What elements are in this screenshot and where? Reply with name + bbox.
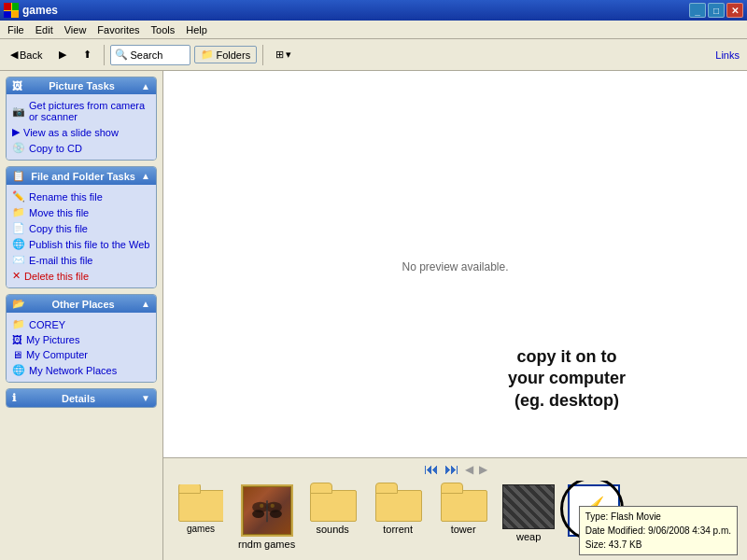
list-item[interactable]: torrent	[370, 484, 426, 535]
email-icon: ✉️	[12, 254, 25, 266]
no-preview-text: No preview available.	[402, 260, 508, 273]
rename-label: Rename this file	[29, 191, 103, 203]
rename-file-item[interactable]: ✏️ Rename this file	[12, 189, 150, 204]
play-button[interactable]: ⏭	[444, 461, 459, 478]
other-places-section: 📂 Other Places ▲ 📁 COREY 🖼 My Pictures 🖥…	[6, 294, 157, 383]
other-places-label: Other Places	[51, 299, 114, 310]
move-label: Move this file	[29, 207, 89, 218]
my-pictures-icon: 🖼	[12, 334, 22, 345]
torrent-label: torrent	[383, 524, 413, 535]
publish-icon: 🌐	[12, 238, 25, 250]
file-folder-tasks-header[interactable]: 📋 File and Folder Tasks ▲	[7, 167, 156, 185]
other-places-icon: 📂	[12, 298, 25, 310]
corey-label: COREY	[29, 319, 65, 330]
slideshow-icon: ▶	[12, 126, 20, 138]
file-tooltip: Type: Flash Movie Date Modified: 9/06/20…	[579, 506, 738, 555]
copy-cd-item[interactable]: 💿 Copy to CD	[12, 140, 150, 156]
menu-favorites[interactable]: Favorites	[92, 22, 145, 37]
rename-icon: ✏️	[12, 190, 25, 203]
partial-folder-icon	[178, 484, 223, 522]
svg-point-6	[270, 504, 274, 508]
window-icon	[4, 3, 19, 18]
file-folder-tasks-body: ✏️ Rename this file 📁 Move this file 📄 C…	[7, 185, 156, 287]
my-pictures-item[interactable]: 🖼 My Pictures	[12, 332, 150, 347]
picture-tasks-chevron: ▲	[141, 81, 150, 91]
email-label: E-mail this file	[29, 255, 92, 266]
picture-tasks-header[interactable]: 🖼 Picture Tasks ▲	[7, 77, 156, 94]
tower-label: tower	[451, 524, 476, 535]
details-chevron: ▼	[141, 393, 150, 403]
camera-icon: 📷	[12, 105, 25, 118]
media-controls: ⏮ ⏭ ◀ ▶	[163, 458, 747, 481]
forward-arrow-icon: ▶	[59, 49, 66, 61]
svg-point-3	[269, 510, 281, 518]
view-icon: ⊞	[275, 49, 284, 61]
network-icon: 🌐	[12, 364, 25, 376]
next-button[interactable]: ▶	[479, 463, 487, 476]
other-places-header[interactable]: 📂 Other Places ▲	[7, 295, 156, 313]
tower-folder-icon	[441, 484, 486, 522]
list-item[interactable]: tower	[435, 484, 491, 535]
delete-label: Delete this file	[24, 271, 89, 282]
list-item[interactable]: rndm games	[238, 484, 295, 550]
annotation-text: copy it on to your computer (eg. desktop…	[508, 346, 626, 412]
menu-edit[interactable]: Edit	[30, 22, 59, 37]
cd-icon: 💿	[12, 142, 25, 154]
svg-point-2	[252, 510, 264, 518]
corey-item[interactable]: 📁 COREY	[12, 316, 150, 332]
publish-file-item[interactable]: 🌐 Publish this file to the Web	[12, 236, 150, 252]
rewind-button[interactable]: ⏮	[424, 461, 439, 478]
window-controls: _ □ ✕	[689, 3, 743, 18]
title-bar: games _ □ ✕	[0, 0, 747, 21]
picture-tasks-icon: 🖼	[12, 80, 22, 91]
move-file-item[interactable]: 📁 Move this file	[12, 204, 150, 220]
corey-folder-icon: 📁	[12, 318, 25, 330]
details-icon: ℹ	[12, 392, 16, 404]
slideshow-label: View as a slide show	[23, 127, 119, 138]
partial-folder-label: games	[187, 524, 215, 534]
svg-point-5	[260, 504, 263, 508]
main-layout: 🖼 Picture Tasks ▲ 📷 Get pictures from ca…	[0, 71, 747, 560]
tooltip-type: Type: Flash Movie	[585, 510, 731, 524]
search-box[interactable]: 🔍	[110, 45, 190, 65]
prev-button[interactable]: ◀	[465, 463, 473, 476]
details-header[interactable]: ℹ Details ▼	[7, 389, 156, 407]
list-item[interactable]: sounds	[304, 484, 360, 535]
search-input[interactable]	[130, 49, 186, 61]
up-arrow-icon: ⬆	[83, 49, 92, 61]
menu-file[interactable]: File	[2, 22, 30, 37]
slideshow-item[interactable]: ▶ View as a slide show	[12, 124, 150, 140]
rndm-games-label: rndm games	[238, 539, 295, 550]
move-icon: 📁	[12, 206, 25, 218]
file-folder-tasks-section: 📋 File and Folder Tasks ▲ ✏️ Rename this…	[6, 166, 157, 288]
back-button[interactable]: ◀ Back	[4, 46, 49, 63]
close-button[interactable]: ✕	[726, 3, 743, 18]
file-tasks-chevron: ▲	[141, 171, 150, 181]
menu-tools[interactable]: Tools	[146, 22, 181, 37]
xp-logo	[4, 3, 19, 18]
list-item[interactable]: weap	[500, 484, 557, 542]
menu-help[interactable]: Help	[180, 22, 213, 37]
weap-label: weap	[516, 531, 541, 542]
my-computer-item[interactable]: 🖥 My Computer	[12, 347, 150, 362]
picture-tasks-label: Picture Tasks	[49, 80, 115, 91]
folders-button[interactable]: 📁 Folders	[194, 46, 257, 63]
maximize-button[interactable]: □	[708, 3, 725, 18]
up-button[interactable]: ⬆	[77, 46, 98, 63]
email-file-item[interactable]: ✉️ E-mail this file	[12, 252, 150, 268]
copy-file-item[interactable]: 📄 Copy this file	[12, 220, 150, 236]
copy-icon: 📄	[12, 222, 25, 234]
details-section: ℹ Details ▼	[6, 388, 157, 408]
links-label: Links	[715, 49, 743, 61]
minimize-button[interactable]: _	[689, 3, 706, 18]
get-pictures-item[interactable]: 📷 Get pictures from camera or scanner	[12, 98, 150, 124]
file-tasks-icon: 📋	[12, 170, 25, 182]
delete-file-item[interactable]: ✕ Delete this file	[12, 268, 150, 284]
view-button[interactable]: ⊞ ▾	[269, 46, 298, 63]
menu-view[interactable]: View	[59, 22, 92, 37]
my-network-item[interactable]: 🌐 My Network Places	[12, 362, 150, 378]
list-item[interactable]: games	[173, 484, 229, 534]
forward-button[interactable]: ▶	[52, 46, 73, 63]
weap-folder-icon	[502, 484, 555, 529]
toolbar-separator-2	[262, 45, 263, 65]
